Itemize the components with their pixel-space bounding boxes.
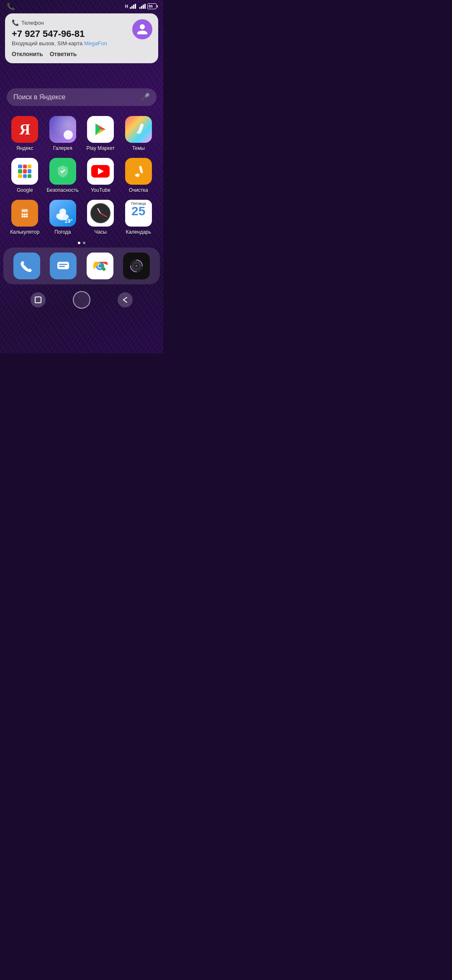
cleaner-icon	[125, 158, 152, 185]
app-yandex[interactable]: Я Яндекс	[7, 116, 43, 151]
calculator-icon	[11, 200, 38, 227]
status-right: H 85	[125, 3, 157, 9]
notification-card: 📞 Телефон +7 927 547-96-81 Входящий вызо…	[5, 13, 158, 63]
calc-icon	[17, 205, 33, 221]
minute-hand	[100, 213, 108, 217]
play-triangle-icon	[93, 122, 108, 137]
shield-icon	[55, 164, 70, 179]
app-grid-row1: Я Яндекс Галерея	[0, 113, 163, 155]
app-calculator[interactable]: Калькулятор	[7, 200, 43, 235]
phone-icon	[19, 258, 34, 273]
dock-phone[interactable]	[10, 253, 44, 279]
app-themes[interactable]: Темы	[121, 116, 157, 151]
app-youtube[interactable]: YouTube	[82, 158, 119, 193]
svg-rect-5	[22, 209, 28, 212]
youtube-label: YouTube	[91, 187, 110, 193]
signal-bars-2	[139, 4, 146, 9]
camera-lens-icon	[128, 258, 144, 274]
recent-apps-icon	[34, 296, 42, 304]
weather-icon: 19°	[49, 200, 76, 227]
clock-icon	[87, 200, 114, 227]
notification-header: 📞 Телефон	[12, 19, 152, 26]
dock-phone-icon	[13, 253, 40, 279]
playmarket-label: Play Маркет	[87, 145, 115, 151]
calendar-day: 25	[125, 205, 152, 217]
app-weather[interactable]: 19° Погода	[45, 200, 81, 235]
svg-rect-1	[137, 131, 141, 134]
clock-face	[90, 203, 110, 223]
search-placeholder: Поиск в Яндексе	[13, 93, 136, 101]
playmarket-icon	[87, 116, 114, 143]
notification-phone-icon: 📞	[12, 19, 19, 26]
search-container: Поиск в Яндексе 🎤	[7, 88, 157, 106]
security-label: Безопасность	[46, 187, 79, 193]
weather-temp: 19°	[64, 218, 73, 224]
status-bar: 📞 H 85	[0, 0, 163, 12]
signal-h-label: H	[125, 4, 128, 9]
app-grid-row2: Google Безопасность YouTube	[0, 155, 163, 196]
svg-rect-6	[22, 214, 23, 215]
search-bar[interactable]: Поиск в Яндексе 🎤	[7, 88, 157, 106]
svg-rect-3	[139, 166, 143, 174]
svg-rect-0	[138, 123, 144, 132]
back-arrow-icon	[121, 296, 129, 304]
calendar-label: Календарь	[126, 229, 151, 235]
dock-camera-icon	[123, 253, 150, 279]
cleaner-label: Очистка	[129, 187, 148, 193]
caller-number: +7 927 547-96-81	[12, 28, 152, 39]
app-cleaner[interactable]: Очистка	[121, 158, 157, 193]
calculator-label: Калькулятор	[10, 229, 39, 235]
battery-indicator: 85	[147, 3, 157, 9]
gallery-label: Галерея	[53, 145, 72, 151]
dock-camera[interactable]	[120, 253, 154, 279]
notification-title: Телефон	[21, 20, 44, 26]
dock-messages[interactable]	[47, 253, 80, 279]
contact-avatar	[132, 19, 152, 39]
app-clock[interactable]: Часы	[82, 200, 119, 235]
page-indicator	[0, 242, 163, 244]
nav-back-button[interactable]	[118, 292, 133, 307]
app-gallery[interactable]: Галерея	[45, 116, 81, 151]
nav-home-button[interactable]	[73, 291, 90, 309]
avatar-person-icon	[136, 23, 149, 36]
brush-icon	[131, 122, 146, 137]
phone-call-icon: 📞	[7, 3, 15, 10]
google-label: Google	[17, 187, 33, 193]
app-playmarket[interactable]: Play Маркет	[82, 116, 119, 151]
signal-bars-1	[130, 4, 136, 9]
dock-messages-icon	[50, 253, 77, 279]
youtube-icon	[87, 158, 114, 185]
google-icon	[11, 158, 38, 185]
microphone-icon[interactable]: 🎤	[141, 93, 150, 102]
carrier-name: MegaFon	[84, 40, 107, 46]
battery-level: 85	[149, 4, 153, 8]
svg-rect-17	[59, 266, 65, 267]
weather-label: Погода	[54, 229, 71, 235]
broom-icon	[131, 163, 146, 179]
message-bubble-icon	[56, 258, 71, 273]
svg-rect-16	[59, 264, 67, 265]
decline-button[interactable]: Отклонить	[12, 51, 43, 57]
app-security[interactable]: Безопасность	[45, 158, 81, 193]
calendar-icon: Пятница 25	[125, 200, 152, 227]
svg-rect-7	[24, 214, 26, 215]
dock-chrome-icon	[87, 253, 113, 279]
svg-rect-8	[26, 214, 28, 215]
page-dot-2	[83, 242, 85, 244]
app-google[interactable]: Google	[7, 158, 43, 193]
svg-point-14	[56, 213, 64, 219]
svg-rect-11	[24, 216, 26, 217]
dock-chrome[interactable]	[83, 253, 117, 279]
svg-point-25	[136, 265, 137, 267]
notification-description: Входящий вызов, SIM-карта MegaFon	[12, 40, 152, 46]
svg-rect-9	[22, 216, 23, 217]
nav-recent-button[interactable]	[31, 292, 46, 307]
yandex-label: Яндекс	[16, 145, 33, 151]
app-calendar[interactable]: Пятница 25 Календарь	[121, 200, 157, 235]
dock	[3, 248, 160, 284]
app-grid-row3: Калькулятор 19° Погода	[0, 196, 163, 238]
page-dot-1	[78, 242, 80, 244]
answer-button[interactable]: Ответить	[50, 51, 77, 57]
svg-rect-10	[26, 216, 28, 217]
yandex-icon: Я	[11, 116, 38, 143]
